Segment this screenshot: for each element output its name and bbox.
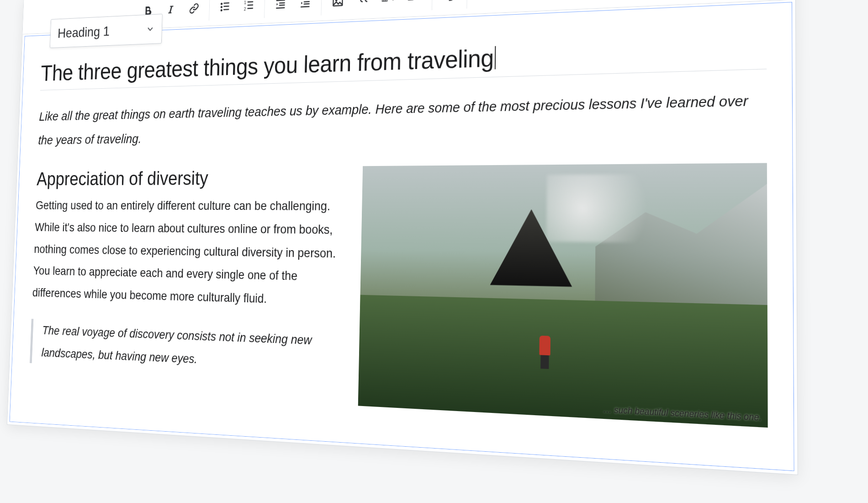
bulleted-list-icon bbox=[219, 0, 231, 13]
numbered-list-icon: 12 bbox=[243, 0, 255, 12]
link-button[interactable] bbox=[187, 0, 201, 16]
svg-point-0 bbox=[221, 2, 222, 5]
editor-window: 12 bbox=[7, 0, 798, 475]
svg-point-1 bbox=[221, 6, 222, 8]
editor-content-area[interactable]: The three greatest things you learn from… bbox=[10, 2, 794, 471]
ridge-shape bbox=[595, 184, 767, 329]
svg-text:2: 2 bbox=[244, 6, 246, 11]
image-icon bbox=[332, 0, 344, 8]
text-cursor bbox=[494, 46, 496, 70]
numbered-list-button[interactable]: 12 bbox=[242, 0, 256, 14]
grass-shape bbox=[358, 295, 768, 428]
document-heading-2[interactable]: Appreciation of diversity bbox=[37, 166, 346, 190]
image-caption: … such beautiful sceneries like this one… bbox=[603, 405, 762, 423]
italic-icon bbox=[166, 4, 176, 15]
block-quote[interactable]: The real voyage of discovery consists no… bbox=[30, 319, 343, 377]
body-paragraph[interactable]: Getting used to an entirely different cu… bbox=[32, 194, 346, 313]
chevron-down-icon bbox=[390, 0, 397, 5]
outdent-icon bbox=[275, 0, 287, 11]
media-icon bbox=[407, 0, 414, 5]
insert-media-button[interactable] bbox=[407, 0, 423, 5]
indent-button[interactable] bbox=[298, 0, 312, 11]
table-icon bbox=[381, 0, 388, 5]
intro-paragraph[interactable]: Like all the great things on earth trave… bbox=[38, 86, 750, 152]
svg-point-2 bbox=[221, 9, 222, 11]
insert-image-button[interactable] bbox=[330, 0, 345, 10]
svg-text:1: 1 bbox=[244, 0, 246, 5]
smoke-shape bbox=[546, 174, 669, 243]
svg-rect-7 bbox=[382, 0, 387, 1]
insert-table-button[interactable] bbox=[381, 0, 397, 7]
bulleted-list-button[interactable] bbox=[218, 0, 232, 15]
quote-icon bbox=[357, 0, 370, 7]
person-shape bbox=[537, 336, 553, 370]
inline-image[interactable]: … such beautiful sceneries like this one… bbox=[358, 163, 768, 428]
paragraph-style-value: Heading 1 bbox=[58, 23, 110, 41]
chevron-down-icon bbox=[416, 0, 423, 4]
block-quote-button[interactable] bbox=[355, 0, 370, 8]
paragraph-style-select[interactable]: Heading 1 bbox=[50, 14, 163, 48]
h1-text: The three greatest things you learn from… bbox=[40, 44, 494, 86]
volcano-shape bbox=[490, 209, 573, 287]
indent-icon bbox=[299, 0, 312, 10]
undo-icon bbox=[443, 0, 456, 3]
undo-button[interactable] bbox=[442, 0, 457, 4]
chevron-down-icon bbox=[146, 24, 154, 34]
italic-button[interactable] bbox=[164, 1, 178, 17]
outdent-button[interactable] bbox=[273, 0, 288, 12]
quote-text: The real voyage of discovery consists no… bbox=[41, 319, 343, 377]
link-icon bbox=[188, 1, 200, 15]
